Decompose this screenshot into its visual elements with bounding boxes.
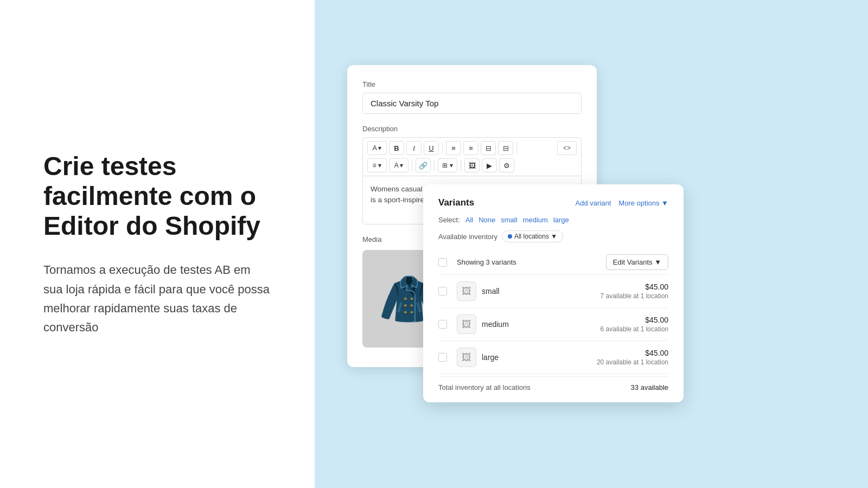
inventory-label: Available inventory (438, 233, 497, 241)
toolbar-underline-btn[interactable]: U (424, 141, 439, 155)
toolbar-divider-2 (516, 143, 517, 153)
main-body: Tornamos a execução de testes AB em sua … (43, 260, 271, 337)
showing-label: Showing 3 variants (457, 258, 601, 266)
toolbar-link-btn[interactable]: 🔗 (416, 158, 431, 172)
toolbar-divider-3 (412, 160, 412, 171)
variant-name-small[interactable]: small (482, 287, 595, 296)
checkbox-small[interactable] (438, 287, 447, 296)
edit-variants-button[interactable]: Edit Variants ▼ (606, 254, 668, 270)
toolbar-divider-1 (442, 143, 443, 153)
description-label: Description (362, 125, 582, 133)
toolbar-image-btn[interactable]: 🖼 (464, 158, 480, 172)
variant-info-small: $45.00 7 available at 1 location (601, 282, 668, 300)
right-panel: Title Description A ▾ B I U ≡ ≡ ⊟ ⊟ <> ≡… (315, 0, 868, 488)
check-col-medium (438, 320, 451, 329)
variant-stock-small: 7 available at 1 location (601, 292, 668, 300)
variant-image-icon-small: 🖼 (462, 286, 471, 297)
add-variant-link[interactable]: Add variant (576, 199, 611, 207)
checkbox-medium[interactable] (438, 320, 447, 329)
toolbar-align-left-btn[interactable]: ≡ (446, 141, 461, 155)
check-col-large (438, 353, 451, 362)
toolbar-row-1: A ▾ B I U ≡ ≡ ⊟ ⊟ <> (367, 141, 577, 155)
inventory-row: Available inventory All locations ▼ (438, 230, 668, 242)
toolbar-code-btn[interactable]: <> (557, 141, 577, 155)
toolbar-bold-btn[interactable]: B (389, 141, 404, 155)
location-badge[interactable]: All locations ▼ (502, 230, 563, 242)
toolbar-align-right-btn[interactable]: ⊟ (481, 141, 496, 155)
select-small[interactable]: small (501, 216, 517, 224)
img-col-medium: 🖼 (457, 314, 476, 334)
img-col-large: 🖼 (457, 348, 476, 367)
total-label: Total inventory at all locations (438, 383, 531, 391)
select-all[interactable]: All (465, 216, 473, 224)
toolbar-video-btn[interactable]: ▶ (482, 158, 497, 172)
variant-stock-medium: 6 available at 1 location (601, 325, 668, 333)
left-panel: Crie testes facilmente com o Editor do S… (0, 0, 315, 488)
toolbar-list-btn[interactable]: ⊟ (498, 141, 513, 155)
toolbar-color-btn[interactable]: A ▾ (389, 158, 409, 172)
variant-image-icon-large: 🖼 (462, 352, 471, 363)
variant-price-large: $45.00 (597, 349, 668, 357)
location-label: All locations ▼ (514, 233, 557, 240)
variants-actions: Add variant More options ▼ (576, 199, 668, 207)
toolbar-indent-btn[interactable]: ≡ ▾ (367, 158, 387, 172)
variant-name-large[interactable]: large (482, 353, 591, 362)
action-col: Edit Variants ▼ (606, 254, 668, 270)
variants-header: Variants Add variant More options ▼ (438, 197, 668, 208)
variant-info-medium: $45.00 6 available at 1 location (601, 316, 668, 333)
variant-name-medium[interactable]: medium (482, 320, 595, 329)
variant-image-icon-medium: 🖼 (462, 319, 471, 330)
toolbar-table-btn[interactable]: ⊞ ▾ (438, 158, 457, 172)
toolbar-divider-4 (434, 160, 435, 171)
select-all-checkbox[interactable] (438, 258, 447, 267)
toolbar-font-btn[interactable]: A ▾ (367, 141, 387, 155)
variants-title: Variants (438, 197, 474, 208)
title-label: Title (362, 80, 582, 88)
total-value: 33 available (631, 383, 668, 391)
checkbox-large[interactable] (438, 353, 447, 362)
variant-price-small: $45.00 (601, 282, 668, 291)
total-row: Total inventory at all locations 33 avai… (438, 376, 668, 391)
editor-toolbar: A ▾ B I U ≡ ≡ ⊟ ⊟ <> ≡ ▾ A ▾ 🔗 ⊞ ▾ � (362, 137, 582, 176)
header-check-col (438, 258, 451, 267)
select-label: Select: (438, 216, 460, 224)
select-medium[interactable]: medium (523, 216, 548, 224)
main-heading: Crie testes facilmente com o Editor do S… (43, 151, 271, 241)
variant-price-medium: $45.00 (601, 316, 668, 324)
check-col-small (438, 287, 451, 296)
select-large[interactable]: large (553, 216, 569, 224)
more-options-link[interactable]: More options ▼ (618, 199, 668, 207)
select-none[interactable]: None (478, 216, 495, 224)
variant-row-large: 🖼 large $45.00 20 available at 1 locatio… (438, 341, 668, 374)
toolbar-italic-btn[interactable]: I (406, 141, 422, 155)
toolbar-row-2: ≡ ▾ A ▾ 🔗 ⊞ ▾ 🖼 ▶ ⚙ (367, 158, 577, 172)
variants-panel: Variants Add variant More options ▼ Sele… (423, 184, 684, 402)
variant-row-small: 🖼 small $45.00 7 available at 1 location (438, 275, 668, 308)
variant-stock-large: 20 available at 1 location (597, 358, 668, 366)
img-col-small: 🖼 (457, 281, 476, 301)
toolbar-settings-btn[interactable]: ⚙ (499, 158, 514, 172)
toolbar-align-center-btn[interactable]: ≡ (463, 141, 478, 155)
toolbar-divider-5 (461, 160, 461, 171)
variants-table-header: Showing 3 variants Edit Variants ▼ (438, 250, 668, 275)
variant-info-large: $45.00 20 available at 1 location (597, 349, 668, 366)
title-input[interactable] (362, 93, 582, 114)
select-row: Select: All None small medium large (438, 216, 668, 224)
location-dot-icon (508, 234, 512, 239)
variant-row-medium: 🖼 medium $45.00 6 available at 1 locatio… (438, 308, 668, 341)
